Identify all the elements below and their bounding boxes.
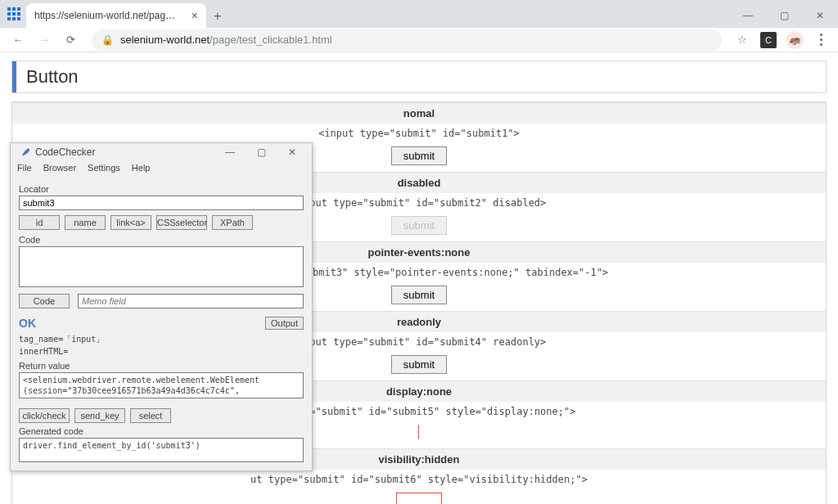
apps-button[interactable] (3, 3, 25, 25)
url-path: /page/test_clickable1.html (210, 34, 332, 46)
url-domain: selenium-world.net (120, 34, 210, 46)
click-check-button[interactable]: click/check (19, 408, 70, 423)
submit3-button: submit (391, 286, 447, 304)
submit2-button: submit (391, 216, 447, 235)
kebab-menu[interactable] (810, 29, 831, 51)
window-controls: — ▢ ✕ (730, 3, 838, 28)
menu-help[interactable]: Help (132, 163, 151, 173)
reload-button[interactable]: ⟳ (59, 29, 82, 52)
hidden-indicator-box (396, 493, 442, 504)
send-key-button[interactable]: send_key (74, 408, 125, 423)
code-textarea[interactable] (19, 246, 304, 287)
apps-grid-icon (7, 7, 20, 20)
tab-title: https://selenium-world.net/pag… (34, 10, 175, 21)
forward-button[interactable]: → (33, 29, 56, 52)
code-button[interactable]: Code (19, 294, 70, 308)
back-button[interactable]: ← (7, 29, 29, 52)
generated-code-box[interactable]: driver.find_element_by_id('submit3') (19, 438, 304, 462)
maximize-button[interactable]: ▢ (766, 3, 802, 28)
bookmark-star-icon[interactable]: ☆ (732, 29, 753, 51)
dialog-close[interactable]: ✕ (281, 146, 304, 158)
menu-settings[interactable]: Settings (88, 163, 120, 173)
feather-icon (19, 146, 30, 158)
hidden-indicator-line (418, 425, 420, 439)
browser-tab[interactable]: https://selenium-world.net/pag… × (26, 3, 206, 28)
css-button[interactable]: CSSselector (156, 215, 207, 230)
menu-browser[interactable]: Browser (43, 163, 76, 173)
section-normal-desc: <input type="submit" id="submit1"> (12, 124, 826, 143)
id-button[interactable]: id (19, 215, 60, 230)
browser-tab-strip: https://selenium-world.net/pag… × + — ▢ … (0, 0, 838, 28)
extension-badge[interactable]: C (758, 29, 779, 51)
dialog-maximize[interactable]: ▢ (250, 146, 273, 158)
lock-icon: 🔒 (101, 34, 114, 46)
submit1-button[interactable]: submit (391, 146, 447, 165)
new-tab-button[interactable]: + (206, 5, 229, 28)
return-value-label: Return value (19, 361, 304, 371)
tag-name-line: tag_name=「input」 (19, 333, 304, 345)
return-value-box[interactable]: <selenium.webdriver.remote.webelement.We… (19, 372, 304, 398)
dialog-titlebar[interactable]: CodeChecker — ▢ ✕ (11, 143, 312, 161)
locator-label: Locator (19, 184, 304, 194)
page-title-button: Button (12, 61, 826, 92)
close-window-button[interactable]: ✕ (802, 3, 838, 28)
minimize-button[interactable]: — (730, 3, 766, 28)
output-button[interactable]: Output (265, 317, 304, 330)
inner-html-line: innerHTML= (19, 345, 304, 358)
name-button[interactable]: name (65, 215, 106, 230)
xpath-button[interactable]: XPath (212, 215, 253, 230)
browser-toolbar: ← → ⟳ 🔒 selenium-world.net/page/test_cli… (0, 28, 838, 52)
dialog-title-text: CodeChecker (35, 146, 95, 158)
profile-avatar[interactable]: 🦛 (784, 29, 805, 51)
section-visibility-desc: ut type="submit" id="submit6" style="vis… (12, 470, 826, 489)
linka-button[interactable]: link<a> (110, 215, 151, 230)
generated-code-label: Generated code (19, 426, 304, 436)
select-button[interactable]: select (130, 408, 171, 423)
codechecker-dialog: CodeChecker — ▢ ✕ File Browser Settings … (10, 142, 313, 471)
tab-close-icon[interactable]: × (191, 9, 198, 22)
dialog-minimize[interactable]: — (219, 146, 241, 158)
dialog-menubar: File Browser Settings Help (11, 161, 312, 176)
code-label: Code (19, 235, 304, 245)
memo-input[interactable] (78, 294, 304, 308)
status-ok: OK (19, 317, 36, 330)
section-normal-title: nomal (12, 102, 826, 124)
button-panel: Button (11, 61, 827, 93)
submit4-button[interactable]: submit (391, 355, 447, 374)
address-bar[interactable]: 🔒 selenium-world.net/page/test_clickable… (92, 29, 722, 51)
locator-input[interactable] (19, 196, 304, 210)
menu-file[interactable]: File (17, 163, 32, 173)
